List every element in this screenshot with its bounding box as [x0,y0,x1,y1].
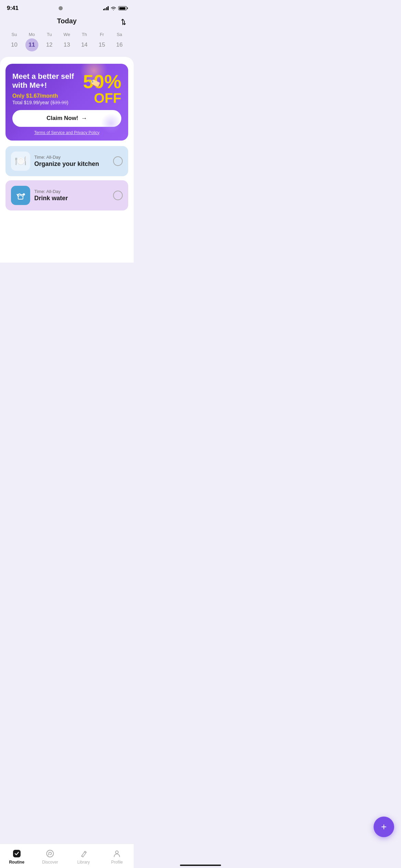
promo-text-block: Meet a better self with Me+! Only $1.67/… [12,72,83,105]
promo-headline: Meet a better self with Me+! [12,72,83,90]
battery-icon [118,6,127,10]
day-name-tu: Tu [40,31,58,38]
promo-banner: Meet a better self with Me+! Only $1.67/… [5,64,128,141]
status-time: 9:41 [7,5,19,12]
promo-off: OFF [83,91,121,105]
day-name-th: Th [76,31,93,38]
page-title: Today [57,17,76,25]
task-time-kitchen: Time: All-Day [34,155,109,160]
calendar-day-nums: 10 11 12 13 14 15 16 [5,38,128,51]
terms-link[interactable]: Terms of Service and Privacy Policy [12,130,121,135]
calendar: Su Mo Tu We Th Fr Sa 10 11 12 13 14 15 1… [0,29,134,57]
calendar-day-12[interactable]: 12 [43,38,56,51]
task-time-water: Time: All-Day [34,189,109,194]
claim-now-button[interactable]: Claim Now! → [12,110,121,127]
calendar-day-15[interactable]: 15 [95,38,108,51]
calendar-day-10[interactable]: 10 [8,38,21,51]
main-content: Meet a better self with Me+! Only $1.67/… [0,57,134,263]
header: Today [0,14,134,29]
signal-icon [103,6,109,10]
task-card-water: Time: All-Day Drink water [5,180,128,210]
kitchen-icon: 🍽️ [11,152,30,171]
day-name-su: Su [5,31,23,38]
task-check-water[interactable] [113,191,123,200]
day-name-sa: Sa [111,31,128,38]
arrow-icon: → [81,115,87,122]
task-check-kitchen[interactable] [113,156,123,166]
calendar-day-13[interactable]: 13 [60,38,73,51]
task-title-water: Drink water [34,195,109,202]
task-info-water: Time: All-Day Drink water [34,189,109,202]
calendar-day-14[interactable]: 14 [78,38,91,51]
promo-price-total: Total $19.99/year ($39.99) [12,100,83,105]
calendar-day-16[interactable]: 16 [113,38,126,51]
status-icons [103,6,127,10]
promo-badge: 50% OFF [83,72,121,105]
day-name-we: We [58,31,75,38]
wifi-icon [111,6,116,10]
svg-point-1 [23,193,25,195]
sort-icon[interactable] [119,18,127,26]
task-title-kitchen: Organize your kitchen [34,160,109,168]
promo-price-highlight: Only $1.67/month [12,93,83,99]
claim-now-label: Claim Now! [47,115,78,122]
calendar-day-names: Su Mo Tu We Th Fr Sa [5,31,128,38]
task-info-kitchen: Time: All-Day Organize your kitchen [34,155,109,168]
day-name-fr: Fr [93,31,111,38]
task-card-kitchen: 🍽️ Time: All-Day Organize your kitchen [5,146,128,176]
day-name-mo: Mo [23,31,40,38]
dot-indicator [59,6,63,10]
status-bar: 9:41 [0,0,134,14]
water-icon [11,186,30,205]
calendar-day-11[interactable]: 11 [25,38,38,51]
